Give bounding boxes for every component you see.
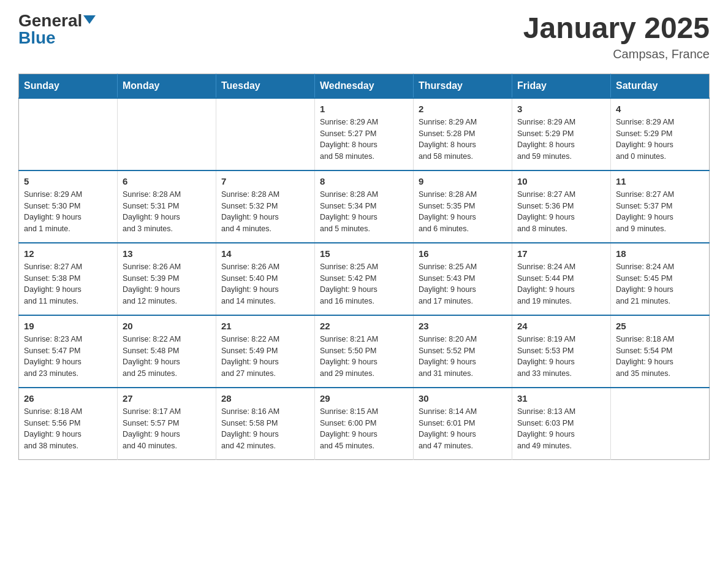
day-number: 20 <box>123 321 211 331</box>
calendar-cell <box>19 98 118 170</box>
calendar-cell: 25Sunrise: 8:18 AM Sunset: 5:54 PM Dayli… <box>611 315 710 388</box>
day-number: 12 <box>24 248 112 259</box>
calendar-table: SundayMondayTuesdayWednesdayThursdayFrid… <box>18 74 710 460</box>
day-number: 18 <box>616 248 704 259</box>
calendar-cell: 12Sunrise: 8:27 AM Sunset: 5:38 PM Dayli… <box>19 243 118 315</box>
day-info: Sunrise: 8:24 AM Sunset: 5:44 PM Dayligh… <box>517 261 605 307</box>
day-info: Sunrise: 8:14 AM Sunset: 6:01 PM Dayligh… <box>419 406 507 452</box>
calendar-cell: 27Sunrise: 8:17 AM Sunset: 5:57 PM Dayli… <box>118 388 216 460</box>
calendar-cell: 29Sunrise: 8:15 AM Sunset: 6:00 PM Dayli… <box>315 388 414 460</box>
day-info: Sunrise: 8:27 AM Sunset: 5:37 PM Dayligh… <box>616 189 704 235</box>
days-of-week-row: SundayMondayTuesdayWednesdayThursdayFrid… <box>19 74 710 98</box>
day-info: Sunrise: 8:29 AM Sunset: 5:28 PM Dayligh… <box>419 117 507 163</box>
day-info: Sunrise: 8:15 AM Sunset: 6:00 PM Dayligh… <box>320 406 408 452</box>
day-number: 23 <box>419 321 507 331</box>
day-info: Sunrise: 8:24 AM Sunset: 5:45 PM Dayligh… <box>616 261 704 307</box>
calendar-cell: 15Sunrise: 8:25 AM Sunset: 5:42 PM Dayli… <box>315 243 414 315</box>
day-info: Sunrise: 8:28 AM Sunset: 5:31 PM Dayligh… <box>123 189 211 235</box>
calendar-body: 1Sunrise: 8:29 AM Sunset: 5:27 PM Daylig… <box>19 98 710 460</box>
day-info: Sunrise: 8:26 AM Sunset: 5:40 PM Dayligh… <box>221 261 309 307</box>
calendar-cell: 24Sunrise: 8:19 AM Sunset: 5:53 PM Dayli… <box>512 315 611 388</box>
calendar-cell: 28Sunrise: 8:16 AM Sunset: 5:58 PM Dayli… <box>216 388 315 460</box>
calendar-week-row: 26Sunrise: 8:18 AM Sunset: 5:56 PM Dayli… <box>19 388 710 460</box>
location-text: Campsas, France <box>523 47 710 61</box>
calendar-cell: 4Sunrise: 8:29 AM Sunset: 5:29 PM Daylig… <box>611 98 710 170</box>
title-section: January 2025 Campsas, France <box>523 12 710 61</box>
day-number: 5 <box>24 176 112 186</box>
day-info: Sunrise: 8:20 AM Sunset: 5:52 PM Dayligh… <box>419 334 507 380</box>
calendar-cell <box>118 98 216 170</box>
calendar-cell: 26Sunrise: 8:18 AM Sunset: 5:56 PM Dayli… <box>19 388 118 460</box>
calendar-cell: 5Sunrise: 8:29 AM Sunset: 5:30 PM Daylig… <box>19 170 118 243</box>
day-info: Sunrise: 8:17 AM Sunset: 5:57 PM Dayligh… <box>123 406 211 452</box>
calendar-cell <box>611 388 710 460</box>
calendar-cell: 6Sunrise: 8:28 AM Sunset: 5:31 PM Daylig… <box>118 170 216 243</box>
day-info: Sunrise: 8:29 AM Sunset: 5:27 PM Dayligh… <box>320 117 408 163</box>
day-number: 19 <box>24 321 112 331</box>
day-of-week-header: Sunday <box>19 74 118 98</box>
day-info: Sunrise: 8:27 AM Sunset: 5:36 PM Dayligh… <box>517 189 605 235</box>
day-number: 13 <box>123 248 211 259</box>
logo: General Blue <box>18 12 96 47</box>
calendar-cell: 16Sunrise: 8:25 AM Sunset: 5:43 PM Dayli… <box>414 243 512 315</box>
day-info: Sunrise: 8:28 AM Sunset: 5:32 PM Dayligh… <box>221 189 309 235</box>
calendar-week-row: 12Sunrise: 8:27 AM Sunset: 5:38 PM Dayli… <box>19 243 710 315</box>
day-number: 21 <box>221 321 309 331</box>
day-number: 17 <box>517 248 605 259</box>
calendar-cell: 11Sunrise: 8:27 AM Sunset: 5:37 PM Dayli… <box>611 170 710 243</box>
day-number: 10 <box>517 176 605 186</box>
day-number: 2 <box>419 104 507 114</box>
day-info: Sunrise: 8:29 AM Sunset: 5:29 PM Dayligh… <box>616 117 704 163</box>
day-info: Sunrise: 8:16 AM Sunset: 5:58 PM Dayligh… <box>221 406 309 452</box>
calendar-week-row: 5Sunrise: 8:29 AM Sunset: 5:30 PM Daylig… <box>19 170 710 243</box>
calendar-cell: 23Sunrise: 8:20 AM Sunset: 5:52 PM Dayli… <box>414 315 512 388</box>
day-info: Sunrise: 8:28 AM Sunset: 5:34 PM Dayligh… <box>320 189 408 235</box>
calendar-cell: 1Sunrise: 8:29 AM Sunset: 5:27 PM Daylig… <box>315 98 414 170</box>
day-info: Sunrise: 8:25 AM Sunset: 5:42 PM Dayligh… <box>320 261 408 307</box>
calendar-cell: 31Sunrise: 8:13 AM Sunset: 6:03 PM Dayli… <box>512 388 611 460</box>
day-info: Sunrise: 8:28 AM Sunset: 5:35 PM Dayligh… <box>419 189 507 235</box>
day-info: Sunrise: 8:13 AM Sunset: 6:03 PM Dayligh… <box>517 406 605 452</box>
day-info: Sunrise: 8:29 AM Sunset: 5:29 PM Dayligh… <box>517 117 605 163</box>
day-number: 4 <box>616 104 704 114</box>
day-info: Sunrise: 8:22 AM Sunset: 5:48 PM Dayligh… <box>123 334 211 380</box>
logo-general-text: General <box>18 12 82 29</box>
day-info: Sunrise: 8:23 AM Sunset: 5:47 PM Dayligh… <box>24 334 112 380</box>
calendar-week-row: 1Sunrise: 8:29 AM Sunset: 5:27 PM Daylig… <box>19 98 710 170</box>
day-info: Sunrise: 8:18 AM Sunset: 5:56 PM Dayligh… <box>24 406 112 452</box>
calendar-cell: 30Sunrise: 8:14 AM Sunset: 6:01 PM Dayli… <box>414 388 512 460</box>
calendar-cell: 2Sunrise: 8:29 AM Sunset: 5:28 PM Daylig… <box>414 98 512 170</box>
day-number: 7 <box>221 176 309 186</box>
day-info: Sunrise: 8:19 AM Sunset: 5:53 PM Dayligh… <box>517 334 605 380</box>
day-number: 1 <box>320 104 408 114</box>
day-number: 15 <box>320 248 408 259</box>
calendar-cell: 3Sunrise: 8:29 AM Sunset: 5:29 PM Daylig… <box>512 98 611 170</box>
day-number: 22 <box>320 321 408 331</box>
day-of-week-header: Friday <box>512 74 611 98</box>
day-info: Sunrise: 8:26 AM Sunset: 5:39 PM Dayligh… <box>123 261 211 307</box>
day-info: Sunrise: 8:21 AM Sunset: 5:50 PM Dayligh… <box>320 334 408 380</box>
logo-triangle-icon <box>83 15 96 24</box>
calendar-cell <box>216 98 315 170</box>
day-of-week-header: Monday <box>118 74 216 98</box>
calendar-header: SundayMondayTuesdayWednesdayThursdayFrid… <box>19 74 710 98</box>
calendar-cell: 7Sunrise: 8:28 AM Sunset: 5:32 PM Daylig… <box>216 170 315 243</box>
day-number: 26 <box>24 393 112 404</box>
calendar-week-row: 19Sunrise: 8:23 AM Sunset: 5:47 PM Dayli… <box>19 315 710 388</box>
day-number: 16 <box>419 248 507 259</box>
calendar-cell: 21Sunrise: 8:22 AM Sunset: 5:49 PM Dayli… <box>216 315 315 388</box>
day-number: 3 <box>517 104 605 114</box>
day-number: 14 <box>221 248 309 259</box>
day-info: Sunrise: 8:22 AM Sunset: 5:49 PM Dayligh… <box>221 334 309 380</box>
page-header: General Blue January 2025 Campsas, Franc… <box>18 12 710 61</box>
calendar-cell: 10Sunrise: 8:27 AM Sunset: 5:36 PM Dayli… <box>512 170 611 243</box>
day-number: 25 <box>616 321 704 331</box>
day-number: 8 <box>320 176 408 186</box>
day-number: 28 <box>221 393 309 404</box>
calendar-cell: 17Sunrise: 8:24 AM Sunset: 5:44 PM Dayli… <box>512 243 611 315</box>
day-info: Sunrise: 8:25 AM Sunset: 5:43 PM Dayligh… <box>419 261 507 307</box>
day-of-week-header: Thursday <box>414 74 512 98</box>
calendar-cell: 22Sunrise: 8:21 AM Sunset: 5:50 PM Dayli… <box>315 315 414 388</box>
calendar-cell: 20Sunrise: 8:22 AM Sunset: 5:48 PM Dayli… <box>118 315 216 388</box>
calendar-cell: 18Sunrise: 8:24 AM Sunset: 5:45 PM Dayli… <box>611 243 710 315</box>
